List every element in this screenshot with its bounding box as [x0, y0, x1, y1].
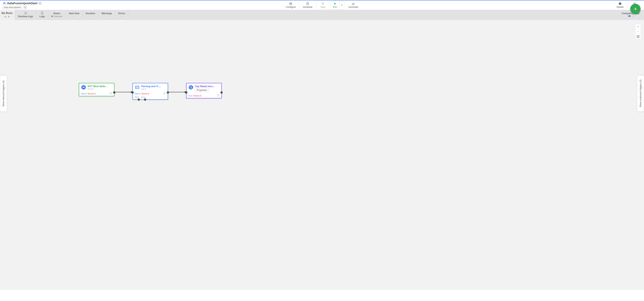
node-transform-metrics: Out 0 / Errors 0 [135, 92, 149, 95]
node-sink[interactable]: Top Rated Inex… Properties In 0 / Errors… [186, 83, 222, 98]
node-sink-title: Top Rated Inex… [195, 85, 220, 88]
schedule-label: Schedule [303, 6, 312, 8]
node-source-title: NYT Best Selle… [88, 85, 112, 88]
header-left: }E{ DataFusionQuickStart i cdap-data-pip… [2, 1, 42, 9]
logs-label: Logs [40, 15, 45, 18]
pipeline-title: DataFusionQuickStart [7, 1, 38, 5]
port-alert-icon[interactable] [138, 98, 140, 101]
summary-label: Summary [348, 6, 358, 8]
port-out-icon[interactable] [167, 91, 169, 94]
zoom-in-button[interactable]: + [636, 24, 641, 29]
runtime-args-label: Runtime Args [18, 15, 33, 18]
svg-rect-32 [637, 35, 639, 38]
port-in-icon[interactable] [132, 91, 134, 94]
inbound-triggers-label: Show inbound triggers (0) [2, 80, 5, 106]
clock-icon [306, 2, 309, 5]
port-in-icon[interactable] [185, 91, 188, 94]
svg-rect-12 [322, 3, 324, 4]
footer-bar [0, 290, 644, 301]
node-transform-version: 3.2.3 [141, 88, 166, 90]
schedule-button[interactable]: Schedule [300, 1, 316, 9]
svg-text:}E{: }E{ [3, 2, 6, 4]
node-transform-menu-icon[interactable]: ☰ [163, 92, 166, 95]
warnings-cell: Warnings -- [98, 10, 115, 19]
svg-line-25 [635, 3, 636, 3]
app-logo-icon: }E{ [2, 1, 6, 5]
status-value: Deployed [54, 15, 62, 17]
status-bar: No Runs ◀ ▶ M Runtime Args Logs Status D… [0, 10, 644, 20]
status-header: Status [53, 12, 60, 15]
run-label: Run [333, 6, 337, 8]
port-error-icon[interactable] [144, 98, 146, 101]
duration-cell: Duration -- [82, 10, 98, 19]
details-button[interactable]: i Details [613, 1, 627, 9]
prev-run-button[interactable]: ◀ [4, 15, 6, 18]
gcs-source-icon [81, 85, 86, 90]
node-properties-button[interactable]: Properties [195, 88, 209, 92]
port-out-icon[interactable] [220, 91, 223, 94]
node-sink-menu-icon[interactable]: ☰ [217, 94, 220, 97]
errors-cell: Errors -- [115, 10, 128, 19]
start-time-header: Start time [69, 12, 79, 15]
add-tag-button[interactable]: + [24, 6, 27, 9]
no-runs-label: No Runs [2, 11, 13, 14]
outbound-triggers-label: Show outbound triggers (0) [639, 80, 642, 107]
zoom-out-button[interactable]: − [636, 29, 641, 34]
play-icon [334, 2, 336, 5]
svg-point-8 [291, 4, 292, 4]
zoom-controls: + − [635, 24, 641, 39]
details-label: Details [616, 6, 624, 8]
info-icon[interactable]: i [39, 2, 42, 4]
svg-text:i: i [40, 2, 40, 4]
stop-button[interactable]: Stop [317, 1, 329, 9]
bigquery-sink-icon [188, 85, 194, 90]
sliders-icon [289, 2, 292, 5]
stop-icon [322, 2, 324, 5]
logs-button[interactable]: Logs [36, 10, 48, 19]
errors-value: -- [121, 15, 122, 17]
svg-point-6 [290, 4, 290, 4]
duration-value: -- [90, 15, 91, 17]
runtime-args-button[interactable]: M Runtime Args [15, 10, 36, 19]
caret-down-icon: ▾ [341, 4, 342, 6]
duration-header: Duration [86, 12, 95, 15]
svg-text:i: i [620, 3, 620, 5]
start-time-value: -- [74, 15, 75, 17]
node-transform-alert-port-label: Alert [135, 96, 139, 98]
plus-icon: + [634, 6, 637, 12]
status-dot-icon [51, 15, 53, 17]
node-source[interactable]: NYT Best Selle… 0.11.3 Out 0 / Errors 0 … [79, 83, 114, 96]
args-icon: M [24, 11, 27, 15]
stop-label: Stop [320, 6, 325, 8]
svg-marker-46 [189, 85, 193, 90]
svg-line-11 [308, 4, 308, 4]
warnings-value: -- [106, 15, 107, 17]
node-source-metrics: Out 0 / Errors 0 [81, 92, 96, 95]
errors-header: Errors [118, 12, 125, 15]
inbound-triggers-tab[interactable]: Show inbound triggers (0) [0, 75, 7, 112]
svg-text:M: M [25, 12, 26, 14]
node-transform-title: Parsing and Tr… [141, 85, 166, 88]
chart-icon [352, 2, 355, 5]
pipeline-canvas[interactable]: + − Show inbound triggers (0) Show outbo… [0, 20, 644, 301]
node-transform[interactable]: Parsing and Tr… 3.2.3 Out 0 / Errors 0 ☰… [132, 83, 168, 100]
svg-point-7 [290, 3, 291, 3]
add-fab-button[interactable]: + [630, 4, 640, 14]
status-cell: Status Deployed [48, 10, 66, 19]
wrangler-icon [135, 85, 140, 90]
compute-profile-value: -- [632, 15, 633, 17]
configure-button[interactable]: Configure [282, 1, 300, 9]
node-source-menu-icon[interactable]: ☰ [110, 92, 112, 95]
svg-marker-13 [334, 3, 336, 4]
edge-1 [114, 91, 133, 94]
zoom-fit-button[interactable] [636, 34, 641, 39]
header-center-actions: Configure Schedule Stop Run ▾ [282, 1, 362, 9]
run-button[interactable]: Run [330, 1, 340, 9]
node-source-version: 0.11.3 [88, 88, 112, 90]
warnings-header: Warnings [102, 12, 112, 15]
run-dropdown-button[interactable]: ▾ [340, 1, 344, 9]
outbound-triggers-tab[interactable]: Show outbound triggers (0) [637, 75, 644, 112]
port-out-icon[interactable] [113, 91, 116, 94]
next-run-button[interactable]: ▶ [8, 15, 10, 18]
summary-button[interactable]: Summary [345, 1, 362, 9]
